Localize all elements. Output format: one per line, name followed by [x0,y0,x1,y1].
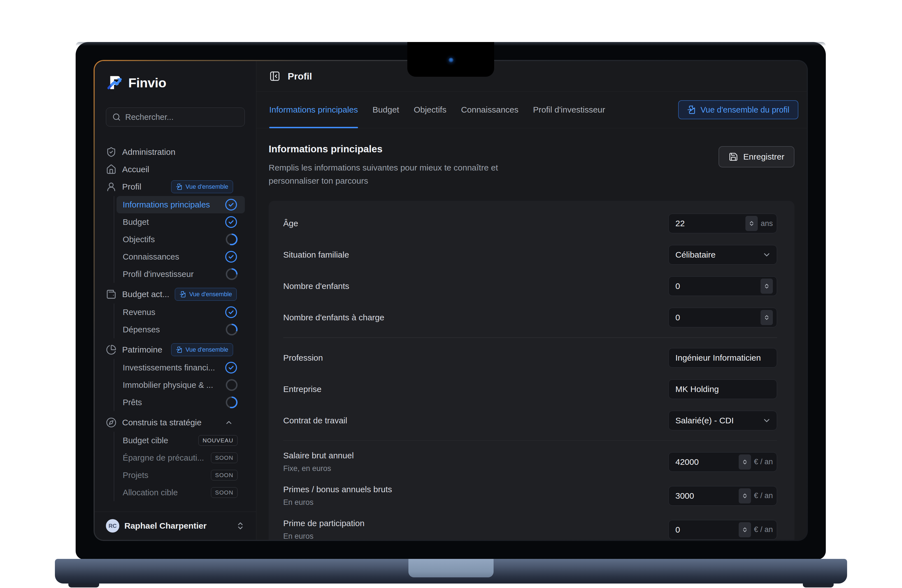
sidebar-item-patrimoine[interactable]: Patrimoine Vue d'ensemble [106,341,245,358]
sidebar-subitem-immobilier[interactable]: Immobilier physique & ... [116,376,245,394]
nouveau-badge: NOUVEAU [198,435,238,446]
sidebar-subitem-budget[interactable]: Budget [116,213,245,231]
unit-suffix: € / an [754,458,773,466]
tab-objectifs[interactable]: Objectifs [414,92,446,128]
sidebar-subitem-objectifs[interactable]: Objectifs [116,231,245,248]
finvio-app: Finvio Rechercher... Administration [95,61,807,540]
age-value: 22 [675,219,745,228]
chevron-down-icon [762,416,771,425]
number-stepper[interactable] [739,488,751,504]
compass-icon [106,417,116,428]
panel-collapse-icon[interactable] [269,70,280,82]
participation-input[interactable]: 0 € / an [669,520,777,540]
content-area: Informations principales Remplis les inf… [256,128,807,540]
field-sublabel: Fixe, en euros [283,464,354,473]
enfants-charge-input[interactable]: 0 [669,308,777,327]
sidebar-item-accueil[interactable]: Accueil [106,161,245,178]
sidebar-subitem-informations-principales[interactable]: Informations principales [116,196,245,213]
entreprise-value: MK Holding [675,385,770,394]
tab-profil-investisseur[interactable]: Profil d'investisseur [533,92,605,128]
brand-logo: Finvio [106,74,245,91]
section-title: Informations principales [269,143,515,155]
check-circle-icon [225,198,238,211]
sidebar-item-budget-actuel[interactable]: Budget act... Vue d'ensemble [106,286,245,303]
profile-overview-label: Vue d'ensemble du profil [701,105,789,114]
sidebar-item-label: Accueil [122,165,149,174]
form-row-contrat: Contrat de travail Salarié(e) - CDI [283,411,777,430]
contrat-select[interactable]: Salarié(e) - CDI [669,411,777,430]
sidebar-subitem-projets[interactable]: Projets SOON [116,466,245,484]
subitem-label: Objectifs [123,235,155,244]
subitem-label: Budget cible [123,436,168,445]
avatar: RC [106,519,119,533]
sidebar-subitem-connaissances[interactable]: Connaissances [116,248,245,266]
progress-ring-icon [226,379,238,391]
tab-connaissances[interactable]: Connaissances [461,92,518,128]
number-stepper[interactable] [761,310,773,325]
sidebar-subitem-revenus[interactable]: Revenus [116,303,245,321]
sidebar-item-profil[interactable]: Profil Vue d'ensemble [106,178,245,195]
number-stepper[interactable] [761,278,773,294]
sidebar-subitem-investissements[interactable]: Investissements financi... [116,359,245,376]
overview-badge-label: Vue d'ensemble [185,183,228,191]
save-button[interactable]: Enregistrer [719,146,794,167]
app-window-frame: Finvio Rechercher... Administration [94,60,808,541]
overview-badge-budget[interactable]: Vue d'ensemble [175,288,237,301]
check-circle-icon [225,361,238,374]
sidebar-subitem-prets[interactable]: Prêts [116,394,245,411]
chevron-up-icon[interactable] [225,418,233,427]
subitem-label: Épargne de précauti... [123,453,204,463]
sidebar-subitem-profil-investisseur[interactable]: Profil d'investisseur [116,266,245,283]
sidebar-subitem-epargne[interactable]: Épargne de précauti... SOON [116,449,245,466]
number-stepper[interactable] [739,454,751,469]
overview-badge-profil[interactable]: Vue d'ensemble [171,180,233,193]
entreprise-input[interactable]: MK Holding [669,379,777,399]
finvio-logo-icon [106,74,123,91]
subitem-label: Dépenses [123,325,160,334]
search-icon [112,113,121,121]
profession-input[interactable]: Ingénieur Informaticien [669,348,777,368]
subitem-label: Immobilier physique & ... [123,380,213,390]
webcam-icon [448,58,454,63]
progress-ring-icon [226,268,238,280]
unit-suffix: € / an [754,491,773,500]
sidebar: Finvio Rechercher... Administration [95,61,256,540]
subitem-label: Prêts [123,397,142,407]
subitem-label: Projets [123,471,149,480]
sidebar-item-label: Administration [122,147,175,157]
divider [283,441,777,441]
sidebar-item-administration[interactable]: Administration [106,143,245,161]
field-sublabel: En euros [283,532,365,540]
chevrons-up-down-icon [236,521,245,530]
form-row-age: Âge 22 ans [283,214,777,233]
overview-badge-label: Vue d'ensemble [189,291,232,298]
tabs-bar: Informations principales Budget Objectif… [256,92,807,128]
search-placeholder: Rechercher... [125,113,174,122]
search-input[interactable]: Rechercher... [106,108,245,127]
sidebar-item-strategie[interactable]: Construis ta stratégie [106,414,245,431]
sidebar-subitem-depenses[interactable]: Dépenses [116,321,245,338]
sidebar-subitem-allocation-cible[interactable]: Allocation cible SOON [116,484,245,501]
laptop-screen: Finvio Rechercher... Administration [76,42,826,560]
number-stepper[interactable] [739,522,751,537]
sidebar-item-label: Budget act... [122,289,169,299]
laptop-base [55,559,847,583]
situation-select[interactable]: Célibataire [669,245,777,264]
overview-badge-patrimoine[interactable]: Vue d'ensemble [171,343,233,356]
sidebar-subitem-budget-cible[interactable]: Budget cible NOUVEAU [116,432,245,449]
tab-budget[interactable]: Budget [373,92,399,128]
profile-overview-button[interactable]: Vue d'ensemble du profil [678,100,799,119]
divider [283,338,777,338]
user-menu[interactable]: RC Raphael Charpentier [95,511,256,540]
field-label: Nombre d'enfants à charge [283,313,384,322]
age-input[interactable]: 22 ans [669,214,777,233]
section-subtitle: Remplis les informations suivantes pour … [269,161,515,187]
field-label: Contrat de travail [283,416,347,425]
primes-input[interactable]: 3000 € / an [669,486,777,506]
enfants-input[interactable]: 0 [669,276,777,296]
soon-badge: SOON [211,452,238,463]
salaire-input[interactable]: 42000 € / an [669,452,777,472]
number-stepper[interactable] [745,216,758,231]
brand-name: Finvio [128,75,166,91]
tab-informations-principales[interactable]: Informations principales [269,92,358,128]
